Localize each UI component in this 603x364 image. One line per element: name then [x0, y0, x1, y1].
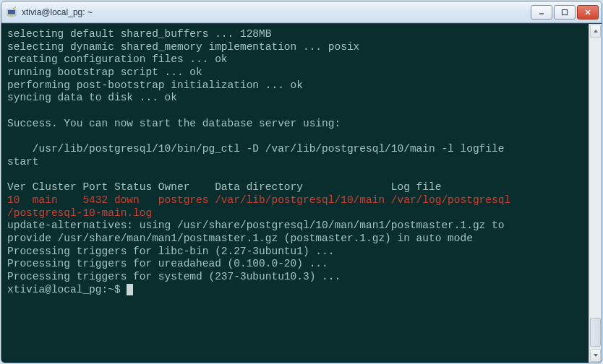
maximize-button[interactable]	[554, 5, 576, 20]
vertical-scrollbar[interactable]	[589, 24, 602, 363]
svg-rect-1	[8, 10, 15, 14]
titlebar[interactable]: xtivia@local_pg: ~	[1, 1, 602, 23]
terminal-line: syncing data to disk ... ok	[7, 92, 177, 103]
terminal-line: Processing triggers for libc-bin (2.27-3…	[7, 246, 334, 257]
terminal-output[interactable]: selecting default shared_buffers ... 128…	[1, 24, 589, 363]
terminal-line: 10 main 5432 down postgres /var/lib/post…	[7, 194, 510, 206]
terminal-line: start	[7, 156, 39, 168]
terminal-line: Ver Cluster Port Status Owner Data direc…	[7, 181, 441, 193]
terminal-line: selecting dynamic shared_memory implemen…	[7, 41, 359, 53]
terminal-line: creating configuration files ... ok	[7, 53, 228, 65]
terminal-line: Processing triggers for ureadahead (0.10…	[7, 258, 328, 269]
terminal-area: selecting default shared_buffers ... 128…	[1, 23, 602, 363]
terminal-line: performing post-bootstrap initialization…	[7, 79, 303, 91]
svg-rect-2	[10, 16, 13, 17]
scrollbar-thumb[interactable]	[590, 318, 601, 347]
terminal-line: /usr/lib/postgresql/10/bin/pg_ctl -D /va…	[7, 143, 504, 155]
terminal-line: Success. You can now start the database …	[7, 118, 341, 129]
cursor	[127, 284, 133, 295]
terminal-line: provide /usr/share/man/man1/postmaster.1…	[7, 233, 473, 244]
scroll-down-arrow-icon[interactable]	[590, 349, 601, 362]
terminal-line: running bootstrap script ... ok	[7, 66, 202, 78]
scrollbar-track[interactable]	[589, 38, 602, 348]
window-controls	[531, 5, 599, 20]
window-title: xtivia@local_pg: ~	[22, 7, 531, 17]
terminal-line: selecting default shared_buffers ... 128…	[7, 28, 271, 40]
terminal-window: xtivia@local_pg: ~ selecting default sha…	[1, 1, 602, 363]
minimize-button[interactable]	[531, 5, 552, 20]
close-button[interactable]	[577, 5, 599, 20]
terminal-line: update-alternatives: using /usr/share/po…	[7, 220, 504, 231]
svg-rect-4	[563, 9, 568, 14]
scroll-up-arrow-icon[interactable]	[590, 25, 601, 38]
terminal-line: Processing triggers for systemd (237-3ub…	[7, 271, 341, 282]
putty-icon	[6, 6, 17, 18]
terminal-line: /postgresql-10-main.log	[7, 207, 152, 219]
shell-prompt: xtivia@local_pg:~$	[7, 284, 127, 295]
